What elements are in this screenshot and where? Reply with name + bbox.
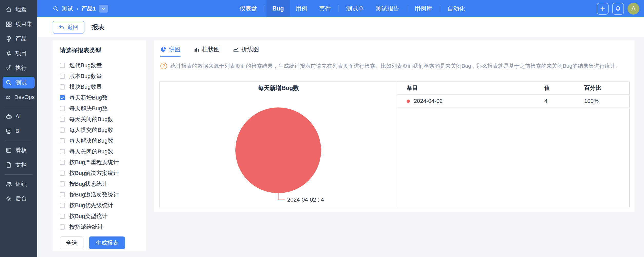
sidebar-item-project[interactable]: 项目	[3, 47, 35, 59]
checkbox[interactable]	[60, 149, 65, 154]
table-cell-percent: 100%	[584, 98, 620, 104]
home-icon	[5, 6, 12, 13]
nav-tab-testreport[interactable]: 测试报告	[370, 0, 405, 17]
nav-tab-bug[interactable]: Bug	[266, 0, 290, 17]
sidebar-item-bi[interactable]: BI	[3, 125, 35, 137]
generate-report-button[interactable]: 生成报表	[89, 236, 125, 249]
report-view-panel: 饼图 柱状图 折线图 ? 统计报表的数据来源于列表页面的检索结果，生成统计报表前…	[154, 40, 635, 212]
sidebar-item-org[interactable]: 组织	[3, 178, 35, 190]
infinity-icon: ∞	[5, 94, 11, 101]
report-option[interactable]: 每天关闭的Bug数	[60, 114, 139, 125]
notifications-button[interactable]	[612, 3, 624, 15]
checkbox[interactable]	[60, 138, 65, 143]
sidebar-item-kanban[interactable]: 看板	[3, 144, 35, 156]
sidebar-item-home[interactable]: 地盘	[3, 4, 35, 15]
report-option-label: 版本Bug数量	[69, 72, 102, 80]
report-option[interactable]: 版本Bug数量	[60, 71, 139, 82]
report-option-label: 每天新增Bug数	[69, 94, 108, 102]
nav-tab-caselib[interactable]: 用例库	[409, 0, 438, 17]
sidebar-item-label: 文档	[15, 161, 27, 169]
sidebar-item-label: DevOps	[14, 94, 35, 101]
sidebar-item-devops[interactable]: ∞ DevOps	[3, 91, 35, 103]
checkbox[interactable]	[60, 192, 65, 197]
back-arrow-icon	[59, 24, 65, 30]
report-option[interactable]: 每人提交的Bug数	[60, 125, 139, 135]
nav-tab-suite[interactable]: 套件	[313, 0, 337, 17]
pie-callout-line	[278, 193, 278, 200]
checkbox[interactable]	[60, 63, 65, 68]
module-search-icon	[53, 6, 59, 12]
nav-tab-automation[interactable]: 自动化	[441, 0, 471, 17]
sidebar-item-execution[interactable]: 执行	[3, 62, 35, 74]
tab-label: 柱状图	[202, 45, 220, 53]
report-option-label: 按Bug激活次数统计	[69, 191, 119, 199]
table-cell-value: 4	[544, 98, 584, 104]
sidebar-divider	[5, 141, 33, 141]
report-option[interactable]: 按Bug严重程度统计	[60, 157, 139, 168]
checkbox[interactable]	[60, 74, 65, 79]
tab-pie-chart[interactable]: 饼图	[160, 45, 180, 57]
pie-slice-2024-04-02[interactable]	[235, 107, 321, 193]
report-option-label: 按Bug解决方案统计	[69, 169, 119, 177]
sidebar-item-ai[interactable]: AI	[3, 111, 35, 122]
report-option[interactable]: 按Bug激活次数统计	[60, 189, 139, 200]
grid-icon	[5, 21, 12, 27]
sidebar-item-label: 测试	[15, 79, 27, 86]
tab-bar-chart[interactable]: 柱状图	[194, 45, 220, 57]
report-option[interactable]: 按Bug解决方案统计	[60, 168, 139, 179]
chevron-down-icon	[101, 7, 105, 11]
back-button[interactable]: 返回	[53, 21, 84, 34]
sidebar-item-admin[interactable]: 后台	[3, 193, 35, 205]
checkbox-checked[interactable]	[60, 95, 65, 100]
checkbox[interactable]	[60, 214, 65, 219]
sidebar-item-label: 后台	[15, 195, 27, 203]
nav-tab-testtask[interactable]: 测试单	[340, 0, 370, 17]
report-option[interactable]: 迭代Bug数量	[60, 60, 139, 71]
column-value: 值	[544, 84, 584, 92]
sidebar-item-product[interactable]: 产品	[3, 33, 35, 45]
checkbox[interactable]	[60, 106, 65, 111]
notice-bar: ? 统计报表的数据来源于列表页面的检索结果，生成统计报表前请先在列表页面进行检索…	[160, 62, 635, 70]
checkbox[interactable]	[60, 171, 65, 176]
create-button[interactable]	[597, 3, 609, 15]
project-dropdown-button[interactable]	[99, 5, 108, 13]
sidebar-divider	[5, 174, 33, 175]
breadcrumb-module[interactable]: 测试	[62, 5, 73, 13]
sidebar-item-label: 产品	[15, 35, 27, 43]
report-option[interactable]: 每人关闭的Bug数	[60, 146, 139, 157]
table-row[interactable]: 2024-04-02 4 100%	[397, 95, 629, 108]
checkbox[interactable]	[60, 160, 65, 165]
checkbox[interactable]	[60, 181, 65, 186]
report-option-label: 迭代Bug数量	[69, 62, 102, 69]
report-option[interactable]: 按Bug类型统计	[60, 211, 139, 222]
tab-line-chart[interactable]: 折线图	[233, 45, 259, 57]
report-option[interactable]: 模块Bug数量	[60, 82, 139, 92]
checkbox[interactable]	[60, 224, 65, 230]
report-option[interactable]: 按指派给统计	[60, 222, 139, 232]
report-option[interactable]: 按Bug状态统计	[60, 179, 139, 189]
breadcrumb-separator: ›	[76, 5, 78, 12]
pie-callout-label: 2024-04-02 : 4	[287, 196, 324, 203]
nav-tab-dashboard[interactable]: 仪表盘	[234, 0, 263, 17]
legend-table-header: 条目 值 百分比	[397, 82, 629, 95]
report-option-label: 按Bug优先级统计	[69, 202, 113, 209]
sidebar-item-program[interactable]: 项目集	[3, 18, 35, 30]
checkbox[interactable]	[60, 127, 65, 133]
avatar[interactable]: A	[628, 3, 639, 15]
panel-buttons: 全选 生成报表	[60, 236, 139, 249]
nav-separator	[265, 5, 265, 12]
select-all-button[interactable]: 全选	[60, 236, 83, 249]
report-option-selected[interactable]: 每天新增Bug数	[60, 92, 139, 103]
report-option[interactable]: 每天解决Bug数	[60, 103, 139, 114]
breadcrumb-project[interactable]: 产品1	[81, 5, 96, 13]
checkbox[interactable]	[60, 84, 65, 90]
checkbox[interactable]	[60, 117, 65, 122]
report-option[interactable]: 按Bug优先级统计	[60, 200, 139, 211]
people-icon	[5, 181, 12, 187]
checkbox[interactable]	[60, 203, 65, 208]
nav-tab-case[interactable]: 用例	[290, 0, 313, 17]
runner-icon	[5, 65, 12, 71]
sidebar-item-testing[interactable]: 测试	[3, 77, 35, 88]
report-option[interactable]: 每人解决的Bug数	[60, 135, 139, 146]
sidebar-item-docs[interactable]: 文档	[3, 159, 35, 171]
